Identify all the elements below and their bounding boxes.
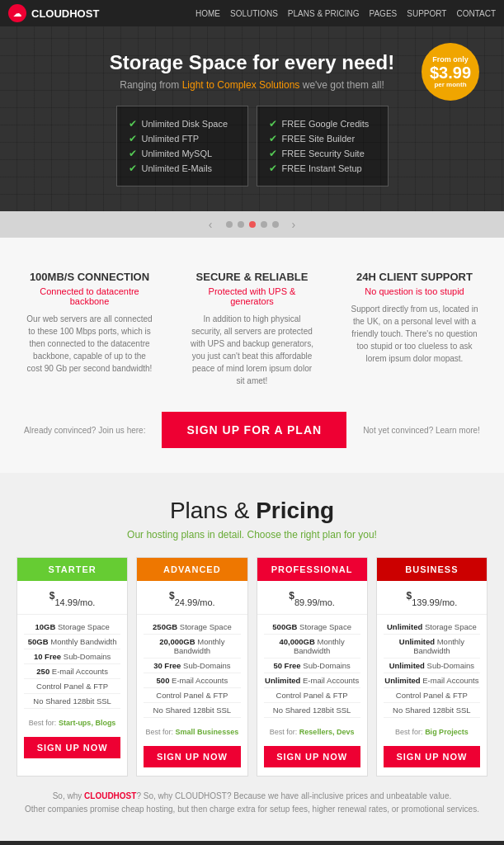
plan-starter-price: $14.99/mo.	[17, 581, 127, 614]
hero-col-1: ✔Unlimited Disk Space ✔Unlimited FTP ✔Un…	[116, 106, 248, 186]
feature-box-0: 100MB/S CONNECTION Connected to datacent…	[16, 262, 163, 395]
plan-advanced-price: $24.99/mo.	[137, 581, 247, 614]
plan-feat: Control Panel & FTP	[384, 688, 480, 703]
nav-home[interactable]: HOME	[195, 9, 220, 18]
dot-5[interactable]	[272, 221, 279, 228]
plan-feat: No Shared 128bit SSL	[384, 703, 480, 718]
logo-text: CLOUDHOST	[31, 7, 99, 20]
hero-section: Storage Space for every need! Ranging fr…	[0, 26, 504, 211]
plan-professional-signup[interactable]: SIGN UP NOW	[264, 746, 360, 767]
plan-advanced-signup[interactable]: SIGN UP NOW	[144, 746, 240, 767]
plan-starter-features: 10GB Storage Space 50GB Monthly Bandwidt…	[17, 614, 127, 714]
feature-desc-2: Support directly from us, located in the…	[350, 303, 479, 365]
plan-feat: 20,000GB Monthly Bandwidth	[144, 635, 240, 659]
plan-business-features: Unlimited Storage Space Unlimited Monthl…	[377, 614, 487, 723]
plan-feat: Control Panel & FTP	[264, 688, 360, 703]
plan-feat: No Shared 128bit SSL	[144, 703, 240, 718]
feat-1: ✔Unlimited Disk Space	[129, 118, 236, 130]
plan-business-header: BUSINESS	[377, 558, 487, 581]
navbar: ☁ CLOUDHOST HOME SOLUTIONS PLANS & PRICI…	[0, 0, 504, 26]
plan-feat: Unlimited Monthly Bandwidth	[384, 635, 480, 659]
dot-3[interactable]	[249, 221, 256, 228]
feature-title-0: 100MB/S CONNECTION	[25, 271, 154, 283]
features-grid: 100MB/S CONNECTION Connected to datacent…	[16, 262, 488, 395]
cta-bar: Already convinced? Join us here: SIGN UP…	[16, 412, 488, 448]
plan-feat: 50GB Monthly Bandwidth	[24, 635, 120, 649]
nav-support[interactable]: SUPPORT	[407, 9, 446, 18]
plan-feat: 250GB Storage Space	[144, 620, 240, 635]
feature-title-2: 24H CLIENT SUPPORT	[350, 271, 479, 283]
feature-box-2: 24H CLIENT SUPPORT No question is too st…	[341, 262, 488, 395]
plan-feat: 50 Free Sub-Domains	[264, 659, 360, 673]
dot-1[interactable]	[226, 221, 233, 228]
plan-feat: Control Panel & FTP	[24, 679, 120, 694]
pricing-grid: STARTER $14.99/mo. 10GB Storage Space 50…	[16, 557, 488, 777]
hero-features: ✔Unlimited Disk Space ✔Unlimited FTP ✔Un…	[16, 106, 488, 186]
plan-starter: STARTER $14.99/mo. 10GB Storage Space 50…	[16, 557, 128, 777]
plan-professional-best: Best for: Resellers, Devs	[257, 723, 367, 741]
plan-feat: Unlimited Storage Space	[384, 620, 480, 635]
plan-business-price: $139.99/mo.	[377, 581, 487, 614]
feature-sub-0: Connected to datacentre backbone	[25, 286, 154, 306]
feature-desc-1: In addition to high physical security, a…	[187, 313, 317, 387]
feature-sub-2: No question is too stupid	[350, 286, 479, 296]
price-from: From only	[432, 55, 469, 64]
plan-feat: Unlimited Sub-Domains	[384, 659, 480, 673]
plan-business: BUSINESS $139.99/mo. Unlimited Storage S…	[376, 557, 488, 777]
price-period: per month	[434, 81, 466, 89]
plan-feat: 10 Free Sub-Domains	[24, 649, 120, 664]
plan-starter-signup[interactable]: SIGN UP NOW	[24, 737, 120, 758]
nav-links: HOME SOLUTIONS PLANS & PRICING PAGES SUP…	[195, 9, 496, 18]
slider-next[interactable]: ›	[284, 218, 304, 231]
nav-solutions[interactable]: SOLUTIONS	[230, 9, 278, 18]
plan-feat: Control Panel & FTP	[144, 688, 240, 703]
feature-desc-0: Our web servers are all connected to the…	[25, 313, 154, 375]
pricing-note: So, why CLOUDHOST? So, why CLOUDHOST? Be…	[16, 790, 488, 816]
plan-feat: Unlimited E-mail Accounts	[384, 673, 480, 688]
hero-col-2: ✔FREE Google Credits ✔FREE Site Builder …	[257, 106, 389, 186]
feat-6: ✔FREE Site Builder	[269, 133, 376, 144]
dot-4[interactable]	[261, 221, 267, 228]
plan-professional: PROFESSIONAL $89.99/mo. 500GB Storage Sp…	[257, 557, 368, 777]
feature-title-1: SECURE & RELIABLE	[187, 271, 317, 283]
cta-right: Not yet convinced? Learn more!	[363, 426, 480, 435]
feat-7: ✔FREE Security Suite	[269, 148, 376, 159]
logo-icon: ☁	[8, 4, 26, 22]
nav-pricing[interactable]: PLANS & PRICING	[288, 9, 360, 18]
hero-title: Storage Space for every need!	[16, 51, 488, 74]
nav-pages[interactable]: PAGES	[370, 9, 398, 18]
plan-feat: 30 Free Sub-Domains	[144, 659, 240, 673]
feat-8: ✔FREE Instant Setup	[269, 163, 376, 174]
plan-professional-features: 500GB Storage Space 40,000GB Monthly Ban…	[257, 614, 367, 723]
cta-left: Already convinced? Join us here:	[24, 426, 145, 435]
signup-button[interactable]: SIGN UP FOR A PLAN	[162, 412, 346, 448]
price-badge: From only $3.99 per month	[422, 43, 479, 101]
pricing-title: Plans & Pricing	[16, 498, 488, 524]
hero-highlight: Light to Complex Solutions	[182, 79, 300, 91]
nav-contact[interactable]: CONTACT	[456, 9, 496, 18]
plan-business-best: Best for: Big Projects	[377, 723, 487, 741]
plan-advanced-features: 250GB Storage Space 20,000GB Monthly Ban…	[137, 614, 247, 723]
plan-feat: 500 E-mail Accounts	[144, 673, 240, 688]
logo[interactable]: ☁ CLOUDHOST	[8, 4, 99, 22]
feat-5: ✔FREE Google Credits	[269, 118, 376, 130]
plan-professional-price: $89.99/mo.	[257, 581, 367, 614]
dot-2[interactable]	[238, 221, 244, 228]
plan-business-signup[interactable]: SIGN UP NOW	[384, 746, 480, 767]
feat-3: ✔Unlimited MySQL	[129, 148, 236, 159]
pricing-section: Plans & Pricing Our hosting plans in det…	[0, 473, 504, 841]
plan-feat: 40,000GB Monthly Bandwidth	[264, 635, 360, 659]
plan-feat: 500GB Storage Space	[264, 620, 360, 635]
price-amount: $3.99	[430, 64, 471, 81]
feat-4: ✔Unlimited E-Mails	[129, 163, 236, 174]
plan-professional-header: PROFESSIONAL	[257, 558, 367, 581]
plan-feat: 10GB Storage Space	[24, 620, 120, 635]
footer: OUR HOSTING Website Hosting Reseller Hos…	[0, 841, 504, 845]
plan-starter-header: STARTER	[17, 558, 127, 581]
feature-sub-1: Protected with UPS & generators	[187, 286, 317, 306]
feature-box-1: SECURE & RELIABLE Protected with UPS & g…	[179, 262, 325, 395]
pricing-subtitle: Our hosting plans in detail. Choose the …	[16, 529, 488, 541]
slider-prev[interactable]: ‹	[200, 218, 221, 231]
plan-advanced-best: Best for: Small Businesses	[137, 723, 247, 741]
features-section: 100MB/S CONNECTION Connected to datacent…	[0, 238, 504, 473]
